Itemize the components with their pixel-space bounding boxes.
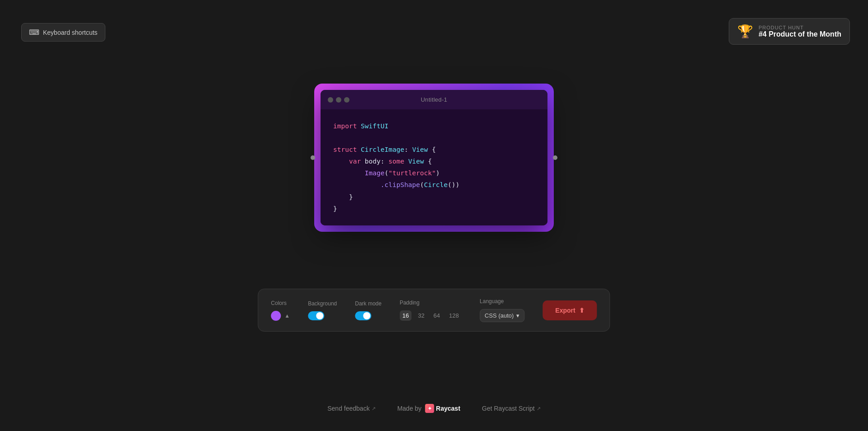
made-by: Made by ✦ Raycast: [397, 404, 460, 413]
window-max-btn: [344, 97, 349, 103]
export-button[interactable]: Export ⬆: [542, 300, 597, 320]
background-label: Background: [308, 300, 337, 307]
padding-32[interactable]: 32: [415, 310, 427, 321]
code-line-4: var body: some View {: [333, 155, 535, 167]
padding-64[interactable]: 64: [431, 310, 443, 321]
product-hunt-label: PRODUCT HUNT: [759, 25, 841, 30]
code-line-1: import SwiftUI: [333, 120, 535, 132]
colors-label: Colors: [271, 300, 290, 306]
code-window-wrapper: Untitled-1 import SwiftUI struct CircleI…: [314, 84, 554, 232]
colors-content: ▲: [271, 311, 290, 321]
dark-mode-content: [355, 311, 382, 320]
keyboard-icon: ⌨: [29, 28, 39, 37]
raycast-icon: ✦: [425, 404, 434, 413]
color-swatch[interactable]: [271, 311, 281, 321]
product-hunt-text: PRODUCT HUNT #4 Product of the Month: [759, 25, 841, 38]
get-script-link[interactable]: Get Raycast Script ↗: [482, 405, 541, 412]
code-body: import SwiftUI struct CircleImage: View …: [321, 109, 547, 225]
background-toggle[interactable]: [308, 311, 324, 320]
language-control: Language CSS (auto) ▾: [480, 298, 524, 322]
external-link-icon-script: ↗: [537, 406, 541, 412]
padding-16[interactable]: 16: [400, 310, 411, 321]
padding-128[interactable]: 128: [446, 310, 462, 321]
footer: Send feedback ↗ Made by ✦ Raycast Get Ra…: [327, 404, 541, 413]
colors-control: Colors ▲: [271, 300, 290, 321]
background-content: [308, 311, 337, 320]
window-titlebar: Untitled-1: [321, 90, 547, 109]
drag-handle-left[interactable]: [311, 155, 315, 160]
colors-expand-button[interactable]: ▲: [284, 313, 290, 319]
code-window: Untitled-1 import SwiftUI struct CircleI…: [321, 90, 547, 225]
chevron-down-icon: ▾: [516, 312, 519, 319]
get-script-label: Get Raycast Script: [482, 405, 535, 412]
send-feedback-link[interactable]: Send feedback ↗: [327, 405, 375, 412]
trophy-icon: 🏆: [737, 24, 753, 39]
made-by-label: Made by: [397, 405, 422, 412]
dark-mode-control: Dark mode: [355, 300, 382, 320]
export-icon: ⬆: [579, 307, 585, 314]
raycast-brand-name: Raycast: [436, 405, 460, 412]
drag-handle-right[interactable]: [553, 155, 557, 160]
window-close-btn: [328, 97, 333, 103]
dark-mode-label: Dark mode: [355, 300, 382, 307]
product-hunt-rank: #4 Product of the Month: [759, 30, 841, 38]
language-label: Language: [480, 298, 524, 305]
padding-label: Padding: [400, 300, 462, 306]
dark-mode-toggle[interactable]: [355, 311, 371, 320]
background-control: Background: [308, 300, 337, 320]
controls-bar: Colors ▲ Background Dark mode Padding 16…: [258, 289, 610, 332]
send-feedback-label: Send feedback: [327, 405, 369, 412]
code-line-3: struct CircleImage: View {: [333, 144, 535, 155]
keyboard-shortcuts-label: Keyboard shortcuts: [43, 29, 98, 36]
window-title: Untitled-1: [421, 96, 448, 103]
code-line-8: }: [333, 203, 535, 215]
code-line-5: Image("turtlerock"): [333, 167, 535, 179]
language-select[interactable]: CSS (auto) ▾: [480, 309, 524, 322]
code-line-6: .clipShape(Circle()): [333, 179, 535, 191]
keyboard-shortcuts-button[interactable]: ⌨ Keyboard shortcuts: [21, 23, 105, 42]
language-value: CSS (auto): [485, 312, 514, 319]
window-min-btn: [336, 97, 341, 103]
window-controls: [328, 97, 349, 103]
code-line-7: }: [333, 191, 535, 203]
external-link-icon-feedback: ↗: [372, 406, 376, 412]
product-hunt-badge: 🏆 PRODUCT HUNT #4 Product of the Month: [729, 18, 850, 45]
raycast-logo: ✦ Raycast: [425, 404, 460, 413]
export-label: Export: [555, 307, 575, 314]
padding-control: Padding 16 32 64 128: [400, 300, 462, 321]
padding-options: 16 32 64 128: [400, 310, 462, 321]
code-line-2: [333, 132, 535, 144]
